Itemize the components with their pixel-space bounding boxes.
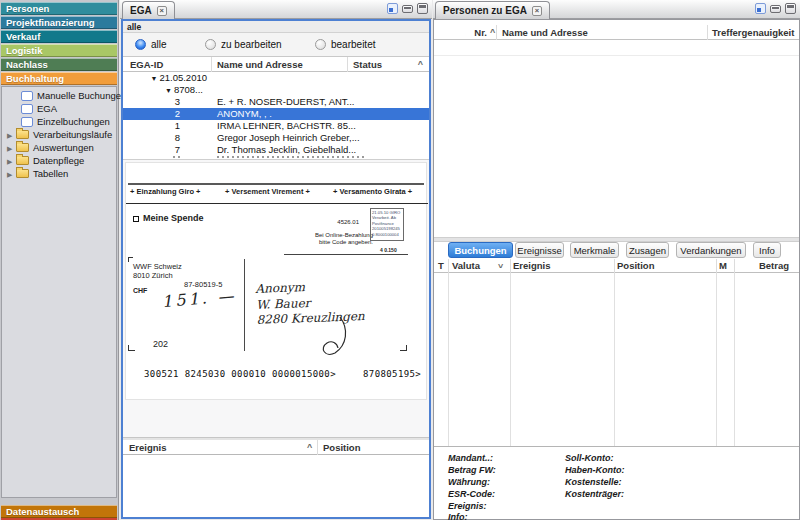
expand-arrow-icon[interactable] xyxy=(7,168,16,179)
maximize-icon[interactable] xyxy=(417,3,428,14)
tree-item-verarbeitungslaeufe[interactable]: Verarbeitungsläufe xyxy=(2,128,116,141)
sidebar-section-logistik[interactable]: Logistik xyxy=(1,44,117,57)
column-header-betrag[interactable]: Betrag xyxy=(759,260,789,271)
tab-info[interactable]: Info xyxy=(753,242,781,258)
expand-arrow-icon[interactable] xyxy=(7,155,16,166)
tab-label: Info xyxy=(759,245,775,256)
slip-postal-stamp: 21.05.10 GIRO Verarbeit. Ab Postfinance … xyxy=(370,208,404,241)
column-header-ereignis[interactable]: Ereignis xyxy=(513,260,551,271)
column-divider[interactable] xyxy=(734,259,735,273)
tree-item-label: Einzelbuchungen xyxy=(37,116,110,127)
form-label-info: Info: xyxy=(448,512,468,520)
column-divider[interactable] xyxy=(496,25,497,40)
tree-item-manuelle-buchungen[interactable]: Manuelle Buchungen xyxy=(2,89,116,102)
tree-item-auswertungen[interactable]: Auswertungen xyxy=(2,141,116,154)
column-divider[interactable] xyxy=(716,259,717,273)
column-divider[interactable] xyxy=(510,259,511,273)
column-header-valuta[interactable]: Valuta xyxy=(452,260,480,271)
ereignis-table-body xyxy=(123,455,429,517)
tree-item-einzelbuchungen[interactable]: Einzelbuchungen xyxy=(2,115,116,128)
buchungen-table-header: T Valuta Ereignis Position M Betrag xyxy=(434,259,799,273)
sidebar-section-buchhaltung[interactable]: Buchhaltung xyxy=(1,72,117,85)
tab-verdankungen[interactable]: Verdankungen xyxy=(676,242,746,258)
cell-name: E. + R. NOSER-DUERST, ANT... xyxy=(217,96,355,108)
tab-ega[interactable]: EGA xyxy=(122,1,175,19)
column-header-ereignis[interactable]: Ereignis xyxy=(129,442,167,453)
tab-buchungen[interactable]: Buchungen xyxy=(448,242,513,258)
slip-code-block: 4526.01 Bei Online-Bezahlung bitte Code … xyxy=(256,219,373,247)
radio-icon[interactable] xyxy=(205,39,216,50)
form-label-waehrung: Währung: xyxy=(448,477,490,487)
slip-title-fr: Versement Virement xyxy=(225,187,310,196)
sidebar-section-datenaustausch[interactable]: Datenaustausch xyxy=(1,505,117,518)
table-row[interactable]: 1 IRMA LEHNER, BACHSTR. 85... xyxy=(123,120,429,132)
editor-icon xyxy=(21,117,33,127)
buchungen-table-body xyxy=(434,273,799,447)
column-divider[interactable] xyxy=(614,259,615,273)
column-header-position[interactable]: Position xyxy=(617,260,654,271)
stamp-footer: 4 0.150 xyxy=(380,247,397,253)
expand-arrow-icon[interactable] xyxy=(7,129,16,140)
payee-city: 8010 Zürich xyxy=(133,271,182,280)
table-row[interactable]: 7 Dr. Thomas Jecklin, Giebelhald... xyxy=(123,144,429,156)
folder-icon xyxy=(16,143,29,152)
column-header-position[interactable]: Position xyxy=(323,442,360,453)
radio-zu-bearbeiten[interactable]: zu bearbeiten xyxy=(205,39,282,50)
tab-personen-zu-ega[interactable]: Personen zu EGA xyxy=(435,1,550,19)
minimize-icon[interactable] xyxy=(770,5,781,13)
ega-view: EGA alle alle zu bearbeiten bearbeitet xyxy=(120,0,432,520)
cell-name: IRMA LEHNER, BACHSTR. 85... xyxy=(217,120,356,132)
column-header-ega-id[interactable]: EGA-ID xyxy=(130,59,163,70)
radio-alle[interactable]: alle xyxy=(135,39,167,50)
tab-merkmale[interactable]: Merkmale xyxy=(570,242,619,258)
tab-label: Personen zu EGA xyxy=(443,5,527,16)
view-menu-icon[interactable] xyxy=(387,3,398,14)
radio-bearbeitet[interactable]: bearbeitet xyxy=(315,39,375,50)
column-header-status[interactable]: Status xyxy=(353,59,382,70)
view-controls xyxy=(755,3,796,14)
maximize-icon[interactable] xyxy=(785,3,796,14)
column-header-name[interactable]: Name und Adresse xyxy=(217,59,303,70)
column-header-t[interactable]: T xyxy=(438,260,444,271)
tree-item-label: EGA xyxy=(37,103,57,114)
empty-row-divider xyxy=(434,55,799,56)
slip-form-number: 202 xyxy=(153,339,168,349)
sidebar-section-projektfinanzierung[interactable]: Projektfinanzierung xyxy=(1,16,117,29)
slip-note-line1: Bei Online-Bezahlung xyxy=(256,232,373,240)
cell-ega-id: 3 xyxy=(123,96,180,108)
sidebar-section-verkauf[interactable]: Verkauf xyxy=(1,30,117,43)
column-divider[interactable] xyxy=(211,57,212,72)
column-header-nr[interactable]: Nr. xyxy=(434,27,487,38)
expand-arrow-icon[interactable] xyxy=(7,142,16,153)
tree-item-datenpflege[interactable]: Datenpflege xyxy=(2,154,116,167)
table-row[interactable]: 3 E. + R. NOSER-DUERST, ANT... xyxy=(123,96,429,108)
radio-selected-icon[interactable] xyxy=(135,39,146,50)
form-label-esr-code: ESR-Code: xyxy=(448,489,495,499)
close-icon[interactable] xyxy=(157,6,167,16)
sidebar-section-nachlass[interactable]: Nachlass xyxy=(1,58,117,71)
tree-item-ega[interactable]: EGA xyxy=(2,102,116,115)
minimize-icon[interactable] xyxy=(402,5,413,13)
column-header-m[interactable]: M xyxy=(719,260,727,271)
column-divider[interactable] xyxy=(347,57,348,72)
tab-label: EGA xyxy=(130,5,152,16)
view-menu-icon[interactable] xyxy=(755,3,766,14)
buchhaltung-tree: Manuelle Buchungen EGA Einzelbuchungen V… xyxy=(1,86,117,498)
column-divider[interactable] xyxy=(707,25,708,40)
close-icon[interactable] xyxy=(532,6,542,16)
cell-name: Gregor Joseph Heinrich Greber,... xyxy=(217,132,360,144)
tree-item-tabellen[interactable]: Tabellen xyxy=(2,167,116,180)
sort-asc-icon xyxy=(418,59,423,69)
sidebar-section-personen[interactable]: Personen xyxy=(1,2,117,15)
table-row[interactable]: 8 Gregor Joseph Heinrich Greber,... xyxy=(123,132,429,144)
table-row-selected[interactable]: 2 ANONYM, , . xyxy=(123,108,429,120)
tab-zusagen[interactable]: Zusagen xyxy=(626,242,669,258)
ega-tabbar: EGA xyxy=(120,0,432,19)
radio-icon[interactable] xyxy=(315,39,326,50)
column-divider[interactable] xyxy=(448,259,449,273)
tab-ereignisse[interactable]: Ereignisse xyxy=(515,242,564,258)
tree-item-label: Auswertungen xyxy=(33,142,94,153)
column-header-treffergenauigkeit[interactable]: Treffergenauigkeit xyxy=(712,27,794,38)
column-header-name[interactable]: Name und Adresse xyxy=(502,27,588,38)
payee-name: WWF Schweiz xyxy=(133,262,182,271)
